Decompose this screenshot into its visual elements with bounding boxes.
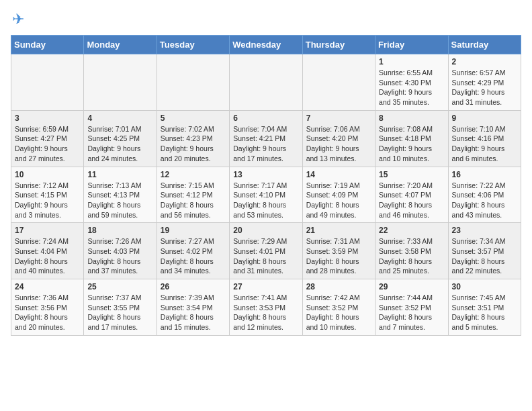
day-number: 21 xyxy=(306,226,371,235)
day-cell: 22Sunrise: 7:33 AM Sunset: 3:58 PM Dayli… xyxy=(375,223,448,279)
weekday-header-wednesday: Wednesday xyxy=(230,36,302,54)
day-number: 1 xyxy=(379,57,444,66)
weekday-header-monday: Monday xyxy=(84,36,157,54)
day-info: Sunrise: 7:04 AM Sunset: 4:21 PM Dayligh… xyxy=(233,124,298,164)
day-cell: 28Sunrise: 7:42 AM Sunset: 3:52 PM Dayli… xyxy=(302,279,375,336)
day-cell: 18Sunrise: 7:26 AM Sunset: 4:03 PM Dayli… xyxy=(84,223,157,279)
day-info: Sunrise: 7:37 AM Sunset: 3:55 PM Dayligh… xyxy=(87,293,152,332)
day-cell: 23Sunrise: 7:34 AM Sunset: 3:57 PM Dayli… xyxy=(448,223,521,279)
day-number: 30 xyxy=(452,282,517,291)
day-cell: 10Sunrise: 7:12 AM Sunset: 4:15 PM Dayli… xyxy=(11,167,84,223)
week-row-3: 10Sunrise: 7:12 AM Sunset: 4:15 PM Dayli… xyxy=(11,167,521,223)
day-number: 20 xyxy=(233,226,298,235)
calendar-table: SundayMondayTuesdayWednesdayThursdayFrid… xyxy=(11,35,521,336)
day-info: Sunrise: 7:34 AM Sunset: 3:57 PM Dayligh… xyxy=(452,236,517,276)
day-number: 8 xyxy=(379,113,444,123)
day-number: 19 xyxy=(161,226,226,235)
day-cell: 9Sunrise: 7:10 AM Sunset: 4:16 PM Daylig… xyxy=(448,110,521,167)
day-info: Sunrise: 7:01 AM Sunset: 4:25 PM Dayligh… xyxy=(87,124,152,164)
day-cell: 6Sunrise: 7:04 AM Sunset: 4:21 PM Daylig… xyxy=(230,110,302,167)
day-cell: 2Sunrise: 6:57 AM Sunset: 4:29 PM Daylig… xyxy=(448,54,521,111)
day-cell: 12Sunrise: 7:15 AM Sunset: 4:12 PM Dayli… xyxy=(157,167,229,223)
day-cell: 24Sunrise: 7:36 AM Sunset: 3:56 PM Dayli… xyxy=(11,279,84,336)
day-number: 26 xyxy=(161,282,226,291)
svg-text:✈: ✈ xyxy=(12,11,24,28)
day-number: 13 xyxy=(233,170,298,179)
day-info: Sunrise: 6:57 AM Sunset: 4:29 PM Dayligh… xyxy=(452,68,517,107)
day-info: Sunrise: 7:33 AM Sunset: 3:58 PM Dayligh… xyxy=(379,236,444,276)
day-cell xyxy=(11,54,84,111)
day-cell: 8Sunrise: 7:08 AM Sunset: 4:18 PM Daylig… xyxy=(375,110,448,167)
day-cell: 1Sunrise: 6:55 AM Sunset: 4:30 PM Daylig… xyxy=(375,54,448,111)
day-number: 12 xyxy=(161,170,226,179)
day-info: Sunrise: 7:41 AM Sunset: 3:53 PM Dayligh… xyxy=(233,293,298,332)
day-number: 10 xyxy=(15,170,80,179)
day-cell: 30Sunrise: 7:45 AM Sunset: 3:51 PM Dayli… xyxy=(448,279,521,336)
day-info: Sunrise: 7:22 AM Sunset: 4:06 PM Dayligh… xyxy=(452,181,517,220)
day-cell: 15Sunrise: 7:20 AM Sunset: 4:07 PM Dayli… xyxy=(375,167,448,223)
day-cell: 11Sunrise: 7:13 AM Sunset: 4:13 PM Dayli… xyxy=(84,167,157,223)
day-number: 6 xyxy=(233,113,298,123)
day-number: 18 xyxy=(87,226,152,235)
day-info: Sunrise: 7:19 AM Sunset: 4:09 PM Dayligh… xyxy=(306,181,371,220)
day-info: Sunrise: 7:31 AM Sunset: 3:59 PM Dayligh… xyxy=(306,236,371,276)
weekday-header-saturday: Saturday xyxy=(448,36,521,54)
day-info: Sunrise: 7:44 AM Sunset: 3:52 PM Dayligh… xyxy=(379,293,444,332)
day-info: Sunrise: 7:26 AM Sunset: 4:03 PM Dayligh… xyxy=(87,236,152,276)
day-number: 23 xyxy=(452,226,517,235)
day-cell: 14Sunrise: 7:19 AM Sunset: 4:09 PM Dayli… xyxy=(302,167,375,223)
day-info: Sunrise: 7:08 AM Sunset: 4:18 PM Dayligh… xyxy=(379,124,444,164)
day-info: Sunrise: 7:15 AM Sunset: 4:12 PM Dayligh… xyxy=(161,181,226,220)
day-cell: 26Sunrise: 7:39 AM Sunset: 3:54 PM Dayli… xyxy=(157,279,229,336)
day-cell: 3Sunrise: 6:59 AM Sunset: 4:27 PM Daylig… xyxy=(11,110,84,167)
day-cell xyxy=(157,54,229,111)
week-row-5: 24Sunrise: 7:36 AM Sunset: 3:56 PM Dayli… xyxy=(11,279,521,336)
day-cell: 4Sunrise: 7:01 AM Sunset: 4:25 PM Daylig… xyxy=(84,110,157,167)
day-info: Sunrise: 7:12 AM Sunset: 4:15 PM Dayligh… xyxy=(15,181,80,220)
week-row-2: 3Sunrise: 6:59 AM Sunset: 4:27 PM Daylig… xyxy=(11,110,521,167)
day-cell: 7Sunrise: 7:06 AM Sunset: 4:20 PM Daylig… xyxy=(302,110,375,167)
day-number: 25 xyxy=(87,282,152,291)
day-number: 9 xyxy=(452,113,517,123)
day-info: Sunrise: 7:36 AM Sunset: 3:56 PM Dayligh… xyxy=(15,293,80,332)
day-info: Sunrise: 7:06 AM Sunset: 4:20 PM Dayligh… xyxy=(306,124,371,164)
day-cell: 16Sunrise: 7:22 AM Sunset: 4:06 PM Dayli… xyxy=(448,167,521,223)
day-number: 16 xyxy=(452,170,517,179)
logo-icon: ✈ xyxy=(11,11,30,30)
weekday-header-thursday: Thursday xyxy=(302,36,375,54)
day-info: Sunrise: 6:55 AM Sunset: 4:30 PM Dayligh… xyxy=(379,68,444,107)
day-cell xyxy=(230,54,302,111)
day-number: 17 xyxy=(15,226,80,235)
day-info: Sunrise: 7:45 AM Sunset: 3:51 PM Dayligh… xyxy=(452,293,517,332)
day-cell: 25Sunrise: 7:37 AM Sunset: 3:55 PM Dayli… xyxy=(84,279,157,336)
day-number: 27 xyxy=(233,282,298,291)
day-info: Sunrise: 7:39 AM Sunset: 3:54 PM Dayligh… xyxy=(161,293,226,332)
day-info: Sunrise: 7:27 AM Sunset: 4:02 PM Dayligh… xyxy=(161,236,226,276)
day-cell: 21Sunrise: 7:31 AM Sunset: 3:59 PM Dayli… xyxy=(302,223,375,279)
day-info: Sunrise: 7:24 AM Sunset: 4:04 PM Dayligh… xyxy=(15,236,80,276)
day-info: Sunrise: 7:13 AM Sunset: 4:13 PM Dayligh… xyxy=(87,181,152,220)
day-cell xyxy=(84,54,157,111)
day-cell: 29Sunrise: 7:44 AM Sunset: 3:52 PM Dayli… xyxy=(375,279,448,336)
day-number: 22 xyxy=(379,226,444,235)
day-cell: 17Sunrise: 7:24 AM Sunset: 4:04 PM Dayli… xyxy=(11,223,84,279)
week-row-1: 1Sunrise: 6:55 AM Sunset: 4:30 PM Daylig… xyxy=(11,54,521,111)
day-number: 14 xyxy=(306,170,371,179)
day-number: 24 xyxy=(15,282,80,291)
day-number: 4 xyxy=(87,113,152,123)
day-info: Sunrise: 7:10 AM Sunset: 4:16 PM Dayligh… xyxy=(452,124,517,164)
day-cell: 5Sunrise: 7:02 AM Sunset: 4:23 PM Daylig… xyxy=(157,110,229,167)
day-cell: 13Sunrise: 7:17 AM Sunset: 4:10 PM Dayli… xyxy=(230,167,302,223)
day-cell: 27Sunrise: 7:41 AM Sunset: 3:53 PM Dayli… xyxy=(230,279,302,336)
day-number: 2 xyxy=(452,57,517,66)
day-info: Sunrise: 7:02 AM Sunset: 4:23 PM Dayligh… xyxy=(161,124,226,164)
day-number: 11 xyxy=(87,170,152,179)
weekday-header-sunday: Sunday xyxy=(11,36,84,54)
day-number: 5 xyxy=(161,113,226,123)
day-number: 7 xyxy=(306,113,371,123)
weekday-header-friday: Friday xyxy=(375,36,448,54)
header: ✈ xyxy=(11,11,521,30)
week-row-4: 17Sunrise: 7:24 AM Sunset: 4:04 PM Dayli… xyxy=(11,223,521,279)
day-info: Sunrise: 7:17 AM Sunset: 4:10 PM Dayligh… xyxy=(233,181,298,220)
day-info: Sunrise: 7:20 AM Sunset: 4:07 PM Dayligh… xyxy=(379,181,444,220)
